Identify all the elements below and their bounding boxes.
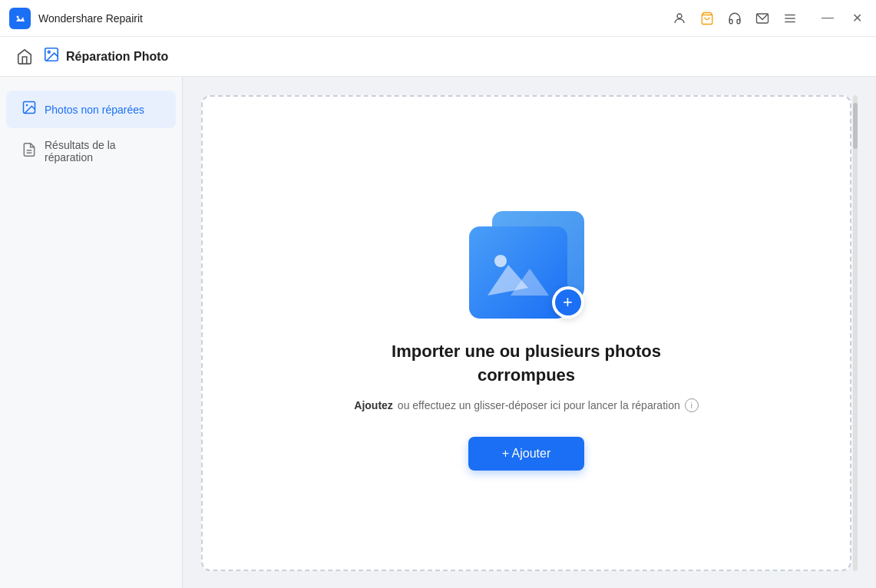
plus-badge-inner: + xyxy=(555,289,581,315)
photo-icon-bg: + xyxy=(469,211,584,319)
sidebar-item-results[interactable]: Résultats de la réparation xyxy=(6,130,176,173)
scrollbar-thumb[interactable] xyxy=(853,103,858,149)
subtitle-rest: ou effectuez un glisser-déposer ici pour… xyxy=(398,399,680,411)
plus-badge: + xyxy=(552,286,584,319)
photo-icon-wrapper: + xyxy=(469,211,584,319)
content-area: + Importer une ou plusieurs photos corro… xyxy=(183,77,876,588)
main-layout: Photos non réparées Résultats de la répa… xyxy=(0,77,876,588)
info-icon[interactable]: i xyxy=(685,398,699,412)
sidebar-item-unrepaired[interactable]: Photos non réparées xyxy=(6,91,176,128)
subtitle-bold: Ajoutez xyxy=(354,399,393,411)
minimize-button[interactable]: — xyxy=(817,9,838,27)
sidebar-item-results-label: Résultats de la réparation xyxy=(45,139,160,164)
drop-zone-title: Importer une ou plusieurs photos corromp… xyxy=(392,340,661,388)
svg-point-1 xyxy=(17,15,19,18)
drop-zone-subtitle: Ajoutez ou effectuez un glisser-déposer … xyxy=(354,398,698,412)
unrepaired-icon xyxy=(21,100,37,119)
user-icon[interactable] xyxy=(673,12,686,25)
app-logo xyxy=(9,8,31,29)
home-nav-button[interactable] xyxy=(12,45,37,69)
svg-point-18 xyxy=(494,255,507,267)
title-bar-right: — ✕ xyxy=(673,9,867,27)
close-button[interactable]: ✕ xyxy=(848,9,867,27)
svg-point-11 xyxy=(26,104,28,107)
nav-section: Réparation Photo xyxy=(43,46,168,67)
app-title: Wondershare Repairit xyxy=(38,12,143,25)
window-controls: — ✕ xyxy=(817,9,867,27)
add-button[interactable]: + Ajouter xyxy=(468,437,585,471)
headset-icon[interactable] xyxy=(728,12,742,25)
nav-bar: Réparation Photo xyxy=(0,37,876,77)
title-bar-left: Wondershare Repairit xyxy=(9,8,143,29)
nav-title: Réparation Photo xyxy=(66,50,168,64)
photo-repair-nav-icon xyxy=(43,46,60,67)
drop-zone[interactable]: + Importer une ou plusieurs photos corro… xyxy=(201,95,851,571)
svg-point-9 xyxy=(48,51,50,53)
menu-icon[interactable] xyxy=(783,12,797,25)
svg-rect-0 xyxy=(13,12,27,25)
title-bar: Wondershare Repairit — ✕ xyxy=(0,0,876,37)
sidebar-item-unrepaired-label: Photos non réparées xyxy=(45,104,144,116)
svg-point-2 xyxy=(677,14,682,18)
scrollbar-track xyxy=(853,95,858,571)
sidebar: Photos non réparées Résultats de la répa… xyxy=(0,77,183,588)
email-icon[interactable] xyxy=(755,12,769,25)
cart-icon[interactable] xyxy=(700,12,714,25)
results-icon xyxy=(21,142,37,161)
